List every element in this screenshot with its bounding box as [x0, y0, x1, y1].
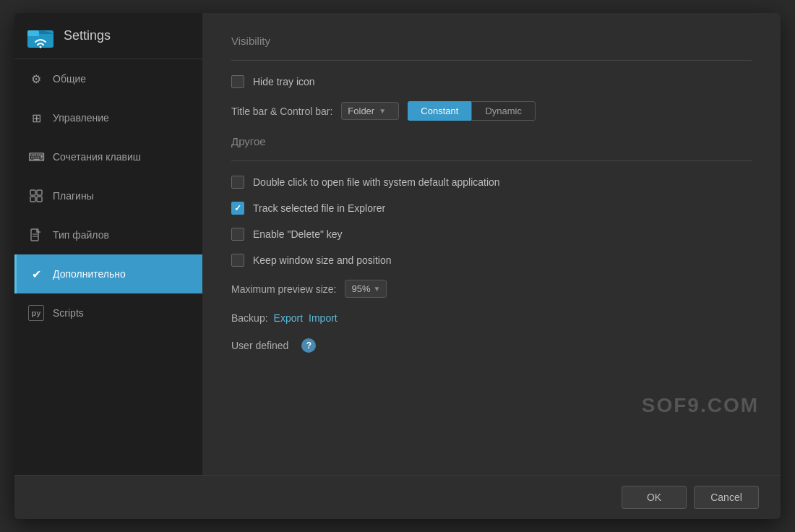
preview-size-dropdown[interactable]: 95% ▼	[345, 280, 387, 298]
main-content: Visibility Hide tray icon Title bar & Co…	[202, 13, 781, 475]
track-selected-row: Track selected file in Explorer	[231, 202, 752, 215]
keep-window-row: Keep window size and position	[231, 254, 752, 267]
svg-rect-5	[30, 197, 35, 202]
sidebar-label-management: Управление	[53, 112, 109, 124]
sidebar-label-scripts: Scripts	[53, 307, 84, 319]
sidebar-label-filetypes: Тип файлов	[53, 229, 109, 241]
track-selected-checkbox[interactable]	[231, 202, 244, 215]
svg-rect-3	[30, 190, 35, 195]
title-bar-row: Title bar & Control bar: Folder ▼ Consta…	[231, 101, 752, 121]
other-section: Другое Double click to open file with sy…	[231, 135, 752, 353]
max-preview-row: Maximum preview size: 95% ▼	[231, 280, 752, 298]
cancel-button[interactable]: Cancel	[694, 486, 759, 509]
sidebar: Settings ⚙ Общие ⊞ Управление ⌨ Сочетани…	[14, 13, 202, 475]
double-click-row: Double click to open file with system de…	[231, 176, 752, 189]
hide-tray-checkbox[interactable]	[231, 75, 244, 88]
max-preview-label: Maximum preview size:	[231, 283, 336, 295]
double-click-label: Double click to open file with system de…	[253, 176, 500, 188]
sidebar-item-management[interactable]: ⊞ Управление	[14, 98, 202, 137]
sidebar-label-advanced: Дополнительно	[53, 268, 126, 280]
folder-dropdown[interactable]: Folder ▼	[341, 102, 399, 120]
sidebar-item-filetypes[interactable]: Тип файлов	[14, 215, 202, 254]
svg-rect-1	[27, 30, 39, 36]
dialog-body: Settings ⚙ Общие ⊞ Управление ⌨ Сочетани…	[14, 13, 781, 475]
dynamic-button[interactable]: Dynamic	[471, 101, 536, 121]
visibility-section: Visibility Hide tray icon Title bar & Co…	[231, 35, 752, 121]
keyboard-icon: ⌨	[28, 149, 44, 165]
keep-window-label: Keep window size and position	[253, 254, 391, 266]
double-click-checkbox[interactable]	[231, 176, 244, 189]
visibility-title: Visibility	[231, 35, 752, 47]
user-defined-row: User defined ?	[231, 338, 752, 353]
user-defined-label: User defined	[231, 340, 288, 351]
puzzle-icon	[28, 188, 44, 204]
hide-tray-label: Hide tray icon	[253, 76, 315, 87]
constant-button[interactable]: Constant	[408, 101, 471, 121]
watermark: SOF9.COM	[642, 394, 759, 417]
scripts-icon: py	[28, 305, 44, 321]
sidebar-label-hotkeys: Сочетания клавиш	[53, 151, 141, 163]
grid-icon: ⊞	[28, 110, 44, 126]
file-icon	[28, 227, 44, 243]
enable-delete-label: Enable "Delete" key	[253, 228, 343, 240]
other-title: Другое	[231, 135, 752, 147]
preview-dropdown-arrow-icon: ▼	[374, 285, 381, 293]
settings-dialog: Settings ⚙ Общие ⊞ Управление ⌨ Сочетани…	[14, 13, 781, 519]
help-icon[interactable]: ?	[301, 338, 316, 353]
sidebar-item-scripts[interactable]: py Scripts	[14, 293, 202, 332]
ok-button[interactable]: OK	[622, 486, 687, 509]
app-icon	[26, 22, 55, 51]
folder-option: Folder	[348, 106, 374, 116]
sidebar-item-plugins[interactable]: Плагины	[14, 176, 202, 215]
constant-dynamic-group: Constant Dynamic	[408, 101, 536, 121]
check-icon: ✔	[28, 266, 44, 282]
keep-window-checkbox[interactable]	[231, 254, 244, 267]
preview-size-value: 95%	[351, 283, 370, 294]
sidebar-item-hotkeys[interactable]: ⌨ Сочетания клавиш	[14, 137, 202, 176]
svg-rect-4	[37, 190, 42, 195]
sidebar-label-plugins: Плагины	[53, 190, 94, 202]
sidebar-label-general: Общие	[53, 73, 86, 85]
title-bar-label: Title bar & Control bar:	[231, 106, 332, 117]
sidebar-item-general[interactable]: ⚙ Общие	[14, 59, 202, 98]
visibility-divider	[231, 60, 752, 61]
svg-rect-6	[37, 197, 42, 202]
export-button[interactable]: Export	[274, 312, 303, 324]
svg-point-2	[40, 46, 42, 48]
enable-delete-row: Enable "Delete" key	[231, 228, 752, 241]
import-button[interactable]: Import	[309, 312, 338, 324]
sidebar-title: Settings	[64, 28, 111, 43]
gear-icon: ⚙	[28, 71, 44, 87]
backup-label: Backup:	[231, 312, 268, 324]
other-divider	[231, 160, 752, 161]
sidebar-header: Settings	[14, 13, 202, 59]
hide-tray-row: Hide tray icon	[231, 75, 752, 88]
enable-delete-checkbox[interactable]	[231, 228, 244, 241]
track-selected-label: Track selected file in Explorer	[253, 202, 385, 214]
backup-row: Backup: Export Import	[231, 312, 752, 324]
sidebar-item-advanced[interactable]: ✔ Дополнительно	[14, 254, 202, 293]
dropdown-arrow-icon: ▼	[379, 107, 386, 115]
dialog-footer: OK Cancel	[14, 475, 781, 519]
